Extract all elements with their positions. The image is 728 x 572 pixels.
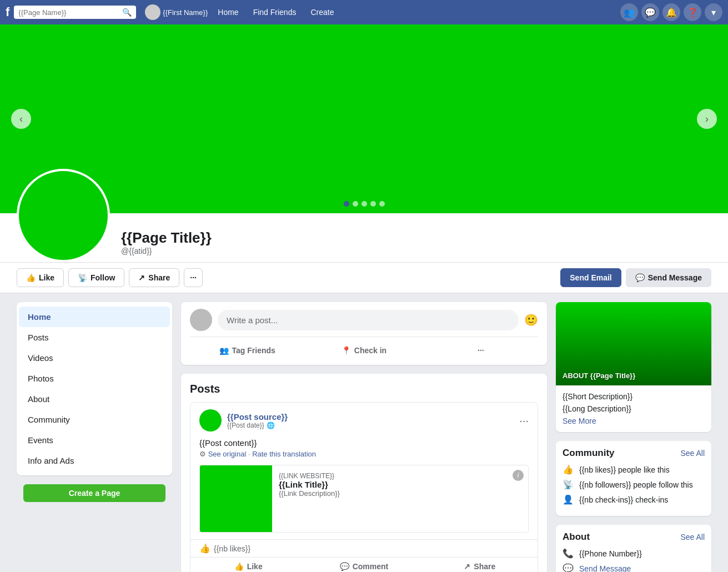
post-1-actions: 👍 Like 💬 Comment ↗ Share [190, 557, 538, 572]
post-link-info: {{LINK WEBSITE}} {{Link Title}} {{Link D… [272, 465, 347, 532]
like-reaction-icon: 👍 [199, 543, 210, 554]
sidebar-item-photos[interactable]: Photos [19, 368, 170, 389]
about-widget-title: About [563, 531, 590, 543]
rate-translation-link[interactable]: Rate this translation [252, 450, 316, 458]
write-post-actions: 👥 Tag Friends 📍 Check in ··· [190, 337, 538, 358]
comment-label: Comment [353, 562, 389, 571]
page-wrapper: ‹ › {{Page Title}} @{{atid}} 👍 Like [0, 24, 728, 572]
create-page-button[interactable]: Create a Page [23, 484, 165, 502]
sidebar-community-label: Community [28, 415, 70, 424]
info-icon[interactable]: i [513, 470, 524, 481]
nav-find-friends[interactable]: Find Friends [249, 6, 301, 19]
about-message-row: 💬 Send Message [563, 563, 705, 572]
messenger-small-icon: 💬 [635, 273, 645, 282]
post-card-1: {{Post source}} {{Post date}} 🌐 ··· {{Po… [190, 402, 538, 572]
nav-icons: 👥 💬 🔔 ❓ ▾ [620, 3, 722, 21]
about-phone-row: 📞 {{Phone Number}} [563, 548, 705, 559]
nav-user[interactable]: {{First Name}} [145, 4, 208, 20]
cover-prev-arrow[interactable]: ‹ [11, 109, 31, 129]
nav-links: {{First Name}} Home Find Friends Create [145, 4, 338, 20]
see-more-link[interactable]: See More [563, 417, 596, 425]
sidebar-item-community[interactable]: Community [19, 409, 170, 430]
share-button[interactable]: ↗ Share [129, 268, 179, 287]
community-widget-header: Community See All [563, 448, 705, 459]
post-1-comment-button[interactable]: 💬 Comment [306, 558, 421, 572]
messenger-about-icon: 💬 [563, 563, 574, 572]
send-message-button[interactable]: 💬 Send Message [626, 268, 711, 287]
sidebar-item-posts[interactable]: Posts [19, 327, 170, 348]
nav-username: {{First Name}} [163, 8, 208, 17]
cover-next-arrow[interactable]: › [697, 109, 717, 129]
post-1-avatar [199, 409, 222, 431]
write-post-box: Write a post... 🙂 👥 Tag Friends 📍 Check … [181, 302, 547, 365]
sidebar-posts-label: Posts [28, 333, 49, 342]
tag-friends-button[interactable]: 👥 Tag Friends [190, 343, 304, 358]
messenger-icon[interactable]: 💬 [641, 3, 659, 21]
see-original-link[interactable]: See original [208, 450, 247, 458]
sidebar-item-about[interactable]: About [19, 389, 170, 409]
sidebar-about-label: About [28, 394, 49, 404]
send-message-label: Send Message [648, 273, 702, 282]
more-post-options-button[interactable]: ··· [424, 343, 538, 358]
left-sidebar: Home Posts Videos Photos About Community [17, 302, 172, 572]
search-bar[interactable]: 🔍 [14, 6, 136, 19]
post-link-title[interactable]: {{Link Title}} [279, 480, 340, 489]
like-button[interactable]: 👍 Like [17, 268, 64, 287]
write-post-input[interactable]: Write a post... [218, 310, 519, 330]
tag-icon: 👥 [219, 346, 229, 355]
nav-create[interactable]: Create [306, 6, 338, 19]
emoji-icon[interactable]: 🙂 [524, 313, 538, 327]
post-link-website: {{LINK WEBSITE}} [279, 472, 340, 480]
share-icon: ↗ [138, 273, 145, 282]
about-widget-header: About See All [563, 531, 705, 543]
community-likes-row: 👍 {{nb likes}} people like this [563, 464, 705, 475]
about-short-description: {{Short Description}} [563, 392, 705, 401]
about-see-all[interactable]: See All [680, 533, 705, 541]
sidebar-item-events[interactable]: Events [19, 430, 170, 450]
cover-dot-2[interactable] [353, 201, 358, 207]
sidebar-item-info-and-ads[interactable]: Info and Ads [19, 450, 170, 471]
follow-icon: 📡 [78, 273, 87, 282]
check-in-label: Check in [354, 346, 386, 355]
help-icon[interactable]: ❓ [684, 3, 701, 21]
comment-icon: 💬 [340, 562, 349, 571]
cover-photo: ‹ › [0, 24, 728, 213]
search-input[interactable] [18, 8, 122, 17]
cover-dot-3[interactable] [362, 201, 367, 207]
cover-dot-5[interactable] [379, 201, 385, 207]
post-1-share-button[interactable]: ↗ Share [422, 558, 538, 572]
community-title: Community [563, 448, 615, 459]
post-share-icon: ↗ [464, 562, 470, 571]
post-1-content: {{Post content}} [199, 438, 529, 448]
share-label: Share [148, 273, 170, 282]
about-card: ABOUT {{Page Title}} {{Short Description… [556, 302, 711, 432]
follow-button[interactable]: 📡 Follow [68, 268, 124, 287]
about-send-message-link[interactable]: Send Message [579, 564, 631, 573]
tag-friends-label: Tag Friends [232, 346, 275, 355]
search-icon: 🔍 [122, 8, 132, 17]
post-1-like-button[interactable]: 👍 Like [190, 558, 306, 572]
friends-icon[interactable]: 👥 [620, 3, 638, 21]
follow-label: Follow [91, 273, 115, 282]
cover-dot-4[interactable] [370, 201, 376, 207]
notifications-icon[interactable]: 🔔 [662, 3, 680, 21]
cover-dot-1[interactable] [344, 201, 349, 207]
cover-dots [344, 201, 385, 207]
post-1-source[interactable]: {{Post source}} [227, 412, 514, 422]
sidebar-item-home[interactable]: Home [19, 307, 170, 327]
gear-small-icon: ⚙ [199, 450, 206, 458]
caret-down-icon[interactable]: ▾ [705, 3, 722, 21]
sidebar-item-videos[interactable]: Videos [19, 348, 170, 368]
about-phone: {{Phone Number}} [579, 549, 642, 558]
post-1-options-button[interactable]: ··· [519, 414, 529, 427]
nav-home[interactable]: Home [213, 6, 243, 19]
post-1-translation: ⚙ See original · Rate this translation [199, 450, 529, 458]
post-1-likes-row: 👍 {{nb likes}} [190, 539, 538, 557]
right-sidebar: ABOUT {{Page Title}} {{Short Description… [556, 302, 711, 572]
community-see-all[interactable]: See All [680, 449, 705, 458]
page-atid: @{{atid}} [121, 247, 711, 255]
sidebar-navigation: Home Posts Videos Photos About Community [17, 302, 172, 475]
more-options-button[interactable]: ··· [184, 268, 203, 287]
check-in-button[interactable]: 📍 Check in [307, 343, 421, 358]
send-email-button[interactable]: Send Email [560, 268, 621, 287]
